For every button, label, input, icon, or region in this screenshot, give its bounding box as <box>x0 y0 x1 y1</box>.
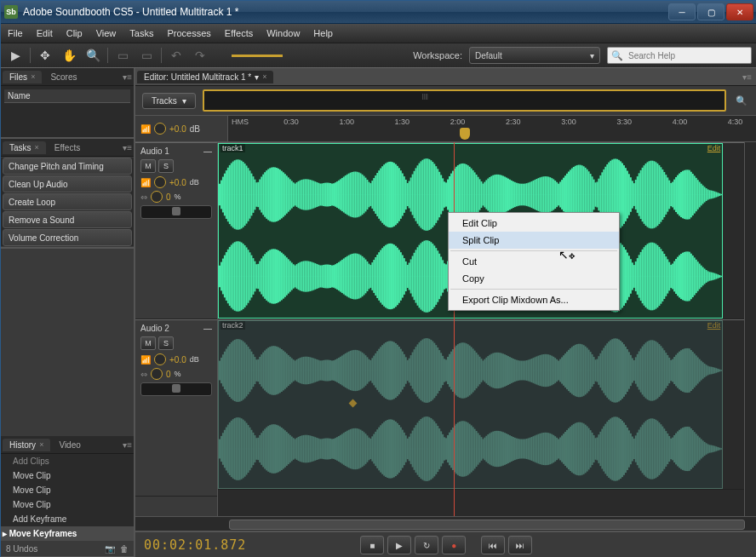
clip-edit-link[interactable]: Edit <box>707 321 721 330</box>
task-clean-up[interactable]: Clean Up Audio <box>3 175 132 192</box>
history-item[interactable]: Add Clips <box>1 454 134 468</box>
close-icon[interactable]: × <box>31 72 35 81</box>
search-help[interactable]: 🔍 <box>607 47 752 64</box>
pan-knob[interactable] <box>151 191 163 203</box>
mute-button[interactable]: M <box>140 159 156 173</box>
playhead-marker[interactable] <box>460 128 470 140</box>
menu-help[interactable]: Help <box>313 28 333 38</box>
menu-clip[interactable]: Clip <box>66 28 83 38</box>
panel-menu-icon[interactable]: ▾≡ <box>123 72 132 82</box>
svg-rect-229 <box>410 177 412 211</box>
svg-rect-225 <box>407 183 409 206</box>
task-remove-sound[interactable]: Remove a Sound <box>3 211 132 228</box>
svg-rect-1071 <box>613 338 615 402</box>
history-item-active[interactable]: Move Keyframes <box>1 526 134 541</box>
workspace-select[interactable]: Default▾ <box>469 47 600 64</box>
play-button[interactable]: ▶ <box>387 536 411 554</box>
history-item[interactable]: Add Keyframe <box>1 512 134 526</box>
svg-rect-413 <box>564 175 566 214</box>
close-icon[interactable]: × <box>262 72 266 81</box>
close-button[interactable]: ✕ <box>726 3 753 20</box>
tab-tasks[interactable]: Tasks× <box>3 141 46 154</box>
scrollbar-vertical[interactable] <box>744 142 756 516</box>
scrollbar-horizontal[interactable] <box>229 519 745 529</box>
ctx-edit-clip[interactable]: Edit Clip <box>449 215 619 232</box>
collapse-icon[interactable]: — <box>203 146 212 156</box>
tab-history[interactable]: History× <box>3 439 50 451</box>
chevron-down-icon[interactable]: ▾ <box>255 72 259 82</box>
audio-clip-2[interactable]: track2 Edit <box>218 320 723 489</box>
timeline-overview[interactable]: |||| <box>203 89 726 112</box>
loop-button[interactable]: ↻ <box>415 536 438 554</box>
timecode[interactable]: 00:02:01.872 <box>144 537 246 553</box>
menu-processes[interactable]: Processes <box>167 28 210 38</box>
svg-rect-149 <box>343 176 345 212</box>
task-change-pitch[interactable]: Change Pitch and Timing <box>3 158 132 175</box>
menu-effects[interactable]: Effects <box>225 28 253 38</box>
panel-menu-icon[interactable]: ▾≡ <box>742 72 752 82</box>
svg-rect-56 <box>264 254 266 299</box>
prev-button[interactable]: ⏮ <box>481 536 505 554</box>
master-volume-knob[interactable] <box>154 123 166 135</box>
volume-knob[interactable] <box>154 353 166 365</box>
zoom-icon[interactable]: 🔍 <box>733 92 750 109</box>
pan-slider[interactable] <box>140 205 212 219</box>
ctx-export-mixdown[interactable]: Export Clip Mixdown As... <box>449 291 619 308</box>
scrollbar-horizontal[interactable] <box>1 127 134 137</box>
svg-rect-966 <box>524 439 526 458</box>
svg-rect-155 <box>348 174 350 216</box>
tab-files[interactable]: Files× <box>3 71 42 83</box>
menu-window[interactable]: Window <box>266 28 300 38</box>
clip-edit-link[interactable]: Edit <box>707 144 721 152</box>
search-input[interactable] <box>627 50 747 61</box>
files-column-name[interactable]: Name <box>4 89 130 103</box>
next-button[interactable]: ⏭ <box>508 536 532 554</box>
time-ruler[interactable]: HMS 0:301:001:302:002:303:003:304:004:30 <box>227 116 756 141</box>
collapse-icon[interactable]: — <box>203 324 212 333</box>
master-db[interactable]: +0.0 <box>169 124 186 134</box>
menu-tasks[interactable]: Tasks <box>129 28 153 38</box>
pan-slider[interactable] <box>140 382 212 396</box>
playhead[interactable] <box>454 142 455 516</box>
svg-rect-487 <box>627 171 628 219</box>
panel-menu-icon[interactable]: ▾≡ <box>123 440 132 450</box>
history-item[interactable]: Move Clip <box>1 468 134 483</box>
tool-zoom-icon[interactable]: 🔍 <box>83 47 102 64</box>
mute-button[interactable]: M <box>140 336 156 350</box>
task-volume-correction[interactable]: Volume Correction <box>3 229 132 246</box>
snapshot-icon[interactable]: 📷 <box>105 544 115 554</box>
task-create-loop[interactable]: Create Loop <box>3 193 132 210</box>
ctx-copy[interactable]: Copy <box>449 270 619 287</box>
tab-effects[interactable]: Effects <box>48 141 87 154</box>
close-icon[interactable]: × <box>35 143 39 152</box>
volume-knob[interactable] <box>154 176 166 188</box>
tool-hand-icon[interactable]: ✋ <box>60 47 78 64</box>
svg-rect-794 <box>380 425 381 472</box>
track-lane-2[interactable]: track2 Edit <box>218 319 744 490</box>
tool-selection-icon[interactable]: ▶ <box>6 47 25 64</box>
menu-file[interactable]: File <box>8 28 23 38</box>
tracks-dropdown[interactable]: Tracks▾ <box>142 93 196 109</box>
close-icon[interactable]: × <box>39 440 43 449</box>
stop-button[interactable]: ■ <box>360 536 384 554</box>
maximize-button[interactable]: ▢ <box>697 3 724 20</box>
solo-button[interactable]: S <box>158 159 174 173</box>
pan-knob[interactable] <box>151 368 163 380</box>
editor-tab[interactable]: Editor: Untitled Multitrack 1 * ▾ × <box>137 71 273 83</box>
record-button[interactable]: ● <box>442 536 466 554</box>
menu-view[interactable]: View <box>96 28 117 38</box>
tab-video[interactable]: Video <box>52 439 87 451</box>
history-item[interactable]: Move Clip <box>1 497 134 512</box>
menu-edit[interactable]: Edit <box>37 28 53 38</box>
minimize-button[interactable]: ─ <box>668 3 696 20</box>
solo-button[interactable]: S <box>158 336 174 350</box>
svg-rect-522 <box>655 244 656 308</box>
panel-menu-icon[interactable]: ▾≡ <box>123 143 132 152</box>
ctx-split-clip[interactable]: Split Clip <box>449 232 619 249</box>
tab-scores[interactable]: Scores <box>43 71 83 83</box>
history-item[interactable]: Move Clip <box>1 483 134 497</box>
trash-icon[interactable]: 🗑 <box>120 544 129 554</box>
ctx-cut[interactable]: Cut <box>449 253 619 270</box>
tool-move-icon[interactable]: ✥ <box>36 47 54 64</box>
svg-rect-1181 <box>706 365 707 376</box>
